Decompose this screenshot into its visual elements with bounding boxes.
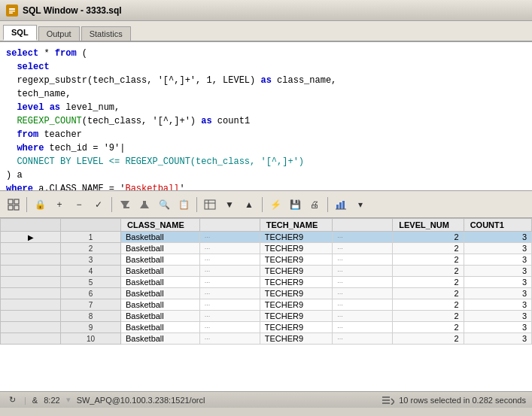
row-num: 5 (61, 277, 121, 288)
row-num: 7 (61, 299, 121, 311)
title-bar: SQL Window - 3333.sql (0, 0, 532, 21)
ampersand-icon: & (32, 396, 38, 405)
row-indicator: ▶ (1, 232, 61, 243)
results-area[interactable]: CLASS_NAME TECH_NAME LEVEL_NUM COUNT1 ▶ … (0, 218, 532, 391)
cell-tech-name: TECHER9 (260, 333, 332, 345)
toolbar-separator-5 (327, 197, 328, 212)
table-row[interactable]: ▶ 1 Basketball ··· TECHER9 ··· 2 3 (1, 232, 532, 243)
cell-dots-2: ··· (333, 288, 393, 299)
cell-dots-1: ··· (199, 243, 260, 254)
cell-count1: 3 (464, 333, 531, 345)
app-icon (6, 5, 18, 17)
cell-tech-name: TECHER9 (260, 277, 332, 288)
svg-rect-14 (336, 205, 339, 209)
table-row[interactable]: 6 Basketball ··· TECHER9 ··· 2 3 (1, 288, 532, 299)
cell-level-num: 2 (393, 311, 464, 322)
cell-level-num: 2 (393, 333, 464, 345)
table-row[interactable]: 9 Basketball ··· TECHER9 ··· 2 3 (1, 322, 532, 333)
cell-dots-2: ··· (333, 266, 393, 277)
cell-class-name: Basketball (121, 288, 200, 299)
add-button[interactable]: + (50, 196, 68, 214)
svg-rect-4 (8, 199, 13, 204)
row-indicator (1, 288, 61, 299)
cell-tech-name: TECHER9 (260, 322, 332, 333)
cell-tech-name: TECHER9 (260, 299, 332, 311)
tab-statistics[interactable]: Statistics (81, 26, 131, 41)
col-dots-1 (199, 219, 260, 232)
cell-dots-1: ··· (199, 311, 260, 322)
cell-tech-name: TECHER9 (260, 266, 332, 277)
cell-class-name: Basketball (121, 299, 200, 311)
paste-button[interactable]: 📋 (175, 196, 193, 214)
table-row[interactable]: 5 Basketball ··· TECHER9 ··· 2 3 (1, 277, 532, 288)
cell-dots-2: ··· (333, 311, 393, 322)
col-tech-name[interactable]: TECH_NAME (260, 219, 332, 232)
arrow-up-button[interactable]: ▲ (240, 196, 258, 214)
cell-level-num: 2 (393, 299, 464, 311)
cell-level-num: 2 (393, 232, 464, 243)
lock-button[interactable]: 🔒 (31, 196, 49, 214)
window-title: SQL Window - 3333.sql (23, 5, 122, 16)
cell-tech-name: TECHER9 (260, 254, 332, 266)
cell-tech-name: TECHER9 (260, 232, 332, 243)
cell-tech-name: TECHER9 (260, 288, 332, 299)
tab-sql[interactable]: SQL (3, 25, 37, 41)
chart-dropdown-button[interactable]: ▾ (351, 196, 369, 214)
cell-dots-2: ··· (333, 243, 393, 254)
cell-count1: 3 (464, 299, 531, 311)
remove-button[interactable]: − (70, 196, 88, 214)
cell-class-name: Basketball (121, 311, 200, 322)
table-row[interactable]: 8 Basketball ··· TECHER9 ··· 2 3 (1, 311, 532, 322)
cell-class-name: Basketball (121, 266, 200, 277)
table-row[interactable]: 10 Basketball ··· TECHER9 ··· 2 3 (1, 333, 532, 345)
toolbar-separator-1 (26, 197, 27, 212)
cell-class-name: Basketball (121, 254, 200, 266)
cell-count1: 3 (464, 243, 531, 254)
cell-class-name: Basketball (121, 277, 200, 288)
results-table: CLASS_NAME TECH_NAME LEVEL_NUM COUNT1 ▶ … (0, 218, 532, 345)
col-level-num[interactable]: LEVEL_NUM (393, 219, 464, 232)
tab-output[interactable]: Output (38, 26, 80, 41)
col-indicator (1, 219, 61, 232)
cell-count1: 3 (464, 232, 531, 243)
cell-level-num: 2 (393, 243, 464, 254)
table-header-row: CLASS_NAME TECH_NAME LEVEL_NUM COUNT1 (1, 219, 532, 232)
row-indicator (1, 243, 61, 254)
cell-level-num: 2 (393, 254, 464, 266)
cell-dots-1: ··· (199, 277, 260, 288)
cell-dots-1: ··· (199, 299, 260, 311)
refresh-icon[interactable]: ↻ (6, 394, 18, 406)
cell-count1: 3 (464, 254, 531, 266)
cell-tech-name: TECHER9 (260, 311, 332, 322)
table-row[interactable]: 2 Basketball ··· TECHER9 ··· 2 3 (1, 243, 532, 254)
row-num: 3 (61, 254, 121, 266)
chart-button[interactable] (332, 196, 350, 214)
table-row[interactable]: 4 Basketball ··· TECHER9 ··· 2 3 (1, 266, 532, 277)
cell-dots-2: ··· (333, 322, 393, 333)
search-button[interactable]: 🔍 (155, 196, 173, 214)
svg-rect-3 (9, 12, 13, 14)
cell-count1: 3 (464, 288, 531, 299)
row-num: 6 (61, 288, 121, 299)
table-row[interactable]: 3 Basketball ··· TECHER9 ··· 2 3 (1, 254, 532, 266)
table-row[interactable]: 7 Basketball ··· TECHER9 ··· 2 3 (1, 299, 532, 311)
execute-button[interactable]: ⚡ (266, 196, 284, 214)
col-class-name[interactable]: CLASS_NAME (121, 219, 200, 232)
row-indicator (1, 254, 61, 266)
svg-rect-11 (205, 200, 215, 209)
table-button[interactable] (201, 196, 219, 214)
sql-editor[interactable]: select * from ( select regexp_substr(tec… (0, 42, 532, 191)
rows-info: 10 rows selected in 0.282 seconds (399, 396, 526, 405)
grid-button[interactable] (5, 196, 23, 214)
row-num: 1 (61, 232, 121, 243)
save-button[interactable]: 💾 (286, 196, 304, 214)
row-num: 8 (61, 311, 121, 322)
filter-down-button[interactable] (116, 196, 134, 214)
arrow-down-button[interactable]: ▼ (220, 196, 239, 214)
col-count1[interactable]: COUNT1 (464, 219, 531, 232)
status-time: 8:22 (44, 396, 59, 405)
filter-up-button[interactable] (135, 196, 154, 214)
print-button[interactable]: 🖨 (306, 196, 324, 214)
row-num: 4 (61, 266, 121, 277)
check-button[interactable]: ✓ (90, 196, 108, 214)
